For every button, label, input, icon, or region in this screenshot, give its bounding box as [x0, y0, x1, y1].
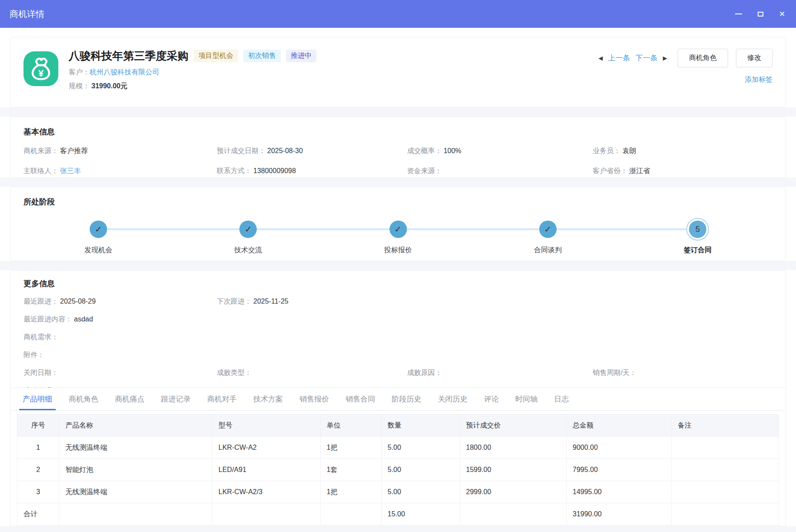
field-salesperson: 业务员：袁朗 — [593, 147, 772, 156]
stage-step-5[interactable]: 5 签订合同 — [623, 217, 772, 255]
tag-in-progress: 推进中 — [286, 50, 316, 62]
customer-label: 客户： — [69, 68, 90, 76]
field-contact-phone: 联系方式：13800009098 — [217, 167, 407, 176]
tab-product-detail[interactable]: 产品明细 — [19, 388, 56, 410]
tab-pain-points[interactable]: 商机痛点 — [111, 388, 148, 410]
next-arrow-icon[interactable]: ▶ — [663, 55, 667, 61]
tab-sales-quote[interactable]: 销售报价 — [296, 388, 333, 410]
table-header-row: 序号 产品名称 型号 单位 数量 预计成交价 总金额 备注 — [17, 415, 779, 437]
page-title: 八骏科技年第三季度采购 — [69, 49, 188, 63]
window-controls: ✕ — [734, 10, 786, 18]
stage-card: 所处阶段 ✓ 发现机会 ✓ 技术交流 ✓ 投标报价 ✓ 合同谈判 5 签订合同 — [10, 187, 786, 261]
tab-stage-history[interactable]: 阶段历史 — [388, 388, 425, 410]
tab-timeline[interactable]: 时间轴 — [512, 388, 541, 410]
spacer — [0, 107, 796, 117]
field-sales-cycle: 销售周期/天： — [593, 367, 772, 378]
check-icon: ✓ — [390, 221, 407, 238]
col-expected-price: 预计成交价 — [460, 415, 566, 437]
check-icon: ✓ — [90, 221, 107, 238]
col-index: 序号 — [17, 415, 59, 437]
field-expected-close-date: 预计成交日期：2025-08-30 — [217, 147, 407, 156]
detail-tabs: 产品明细 商机角色 商机痛点 跟进记录 商机对手 技术方案 销售报价 销售合同 … — [10, 388, 786, 411]
tab-tech-solution[interactable]: 技术方案 — [250, 388, 286, 410]
check-icon: ✓ — [539, 221, 557, 238]
minimize-icon[interactable] — [734, 10, 743, 18]
field-attachment: 附件： — [24, 349, 772, 360]
field-result-reason: 成败原因： — [407, 367, 593, 378]
close-icon[interactable]: ✕ — [778, 10, 786, 18]
col-unit: 单位 — [320, 415, 381, 437]
tab-comments[interactable]: 评论 — [480, 388, 502, 410]
stage-step-2[interactable]: ✓ 技术交流 — [173, 217, 323, 255]
more-info-card: 更多信息 最近跟进：2025-08-29 下次跟进：2025-11-25 最近跟… — [10, 270, 786, 388]
more-info-heading: 更多信息 — [24, 278, 772, 289]
money-bag-icon: ¥ — [24, 51, 58, 86]
tab-opportunity-role[interactable]: 商机角色 — [65, 388, 102, 410]
current-step-ring: 5 — [686, 218, 709, 241]
basic-info-card: 基本信息 商机来源：客户推荐 预计成交日期：2025-08-30 成交概率：10… — [10, 117, 786, 177]
field-opportunity-demand: 商机需求： — [24, 331, 772, 342]
stage-step-3[interactable]: ✓ 投标报价 — [323, 217, 473, 255]
table-total-row: 合计 15.00 31990.00 — [17, 503, 779, 525]
field-next-follow: 下次跟进：2025-11-25 — [217, 296, 407, 307]
table-row[interactable]: 2 智能灯泡 LED/A91 1套 5.00 1599.00 7995.00 — [17, 459, 779, 481]
scale-label: 规模： — [69, 82, 90, 90]
prev-record-link[interactable]: 上一条 — [608, 53, 630, 63]
stage-heading: 所处阶段 — [24, 197, 772, 207]
header-actions: ◀ 上一条 下一条 ▶ 商机角色 修改 添加标签 — [596, 49, 772, 96]
stage-step-1[interactable]: ✓ 发现机会 — [24, 217, 173, 255]
table-row[interactable]: 1 无线测温终端 LKR-CW-A2 1把 5.00 1800.00 9000.… — [17, 437, 779, 459]
maximize-icon[interactable] — [756, 10, 765, 18]
stage-step-4[interactable]: ✓ 合同谈判 — [473, 217, 623, 255]
tag-project-type: 项目型机会 — [194, 50, 238, 62]
field-result-type: 成败类型： — [217, 367, 407, 378]
window-title: 商机详情 — [10, 8, 44, 20]
spacer — [0, 261, 796, 270]
field-fund-source: 资金来源： — [407, 167, 593, 176]
col-note: 备注 — [672, 415, 779, 437]
tag-first-sale: 初次销售 — [243, 50, 281, 62]
svg-text:¥: ¥ — [38, 68, 44, 79]
spacer — [0, 177, 796, 187]
field-recent-follow: 最近跟进：2025-08-29 — [24, 296, 217, 307]
col-product-name: 产品名称 — [59, 415, 212, 437]
tab-sales-contract[interactable]: 销售合同 — [342, 388, 379, 410]
field-win-probability: 成交概率：100% — [407, 147, 593, 156]
field-close-date: 关闭日期： — [24, 367, 217, 378]
col-quantity: 数量 — [381, 415, 460, 437]
tab-close-history[interactable]: 关闭历史 — [434, 388, 471, 410]
col-model: 型号 — [212, 415, 321, 437]
field-source: 商机来源：客户推荐 — [24, 147, 217, 156]
scale-value: 31990.00元 — [91, 82, 128, 90]
add-tag-link[interactable]: 添加标签 — [745, 76, 772, 83]
stage-stepper: ✓ 发现机会 ✓ 技术交流 ✓ 投标报价 ✓ 合同谈判 5 签订合同 — [24, 217, 772, 255]
detail-tabs-card: 产品明细 商机角色 商机痛点 跟进记录 商机对手 技术方案 销售报价 销售合同 … — [10, 388, 786, 526]
tab-competitors[interactable]: 商机对手 — [204, 388, 240, 410]
customer-link[interactable]: 杭州八骏科技有限公司 — [90, 68, 159, 76]
bottom-spacer — [0, 526, 796, 532]
main-contact-link[interactable]: 张三丰 — [60, 167, 81, 174]
opportunity-summary: 八骏科技年第三季度采购 项目型机会 初次销售 推进中 客户：杭州八骏科技有限公司… — [69, 49, 316, 96]
tab-follow-records[interactable]: 跟进记录 — [158, 388, 194, 410]
col-total-amount: 总金额 — [566, 415, 672, 437]
next-record-link[interactable]: 下一条 — [635, 53, 658, 63]
edit-button[interactable]: 修改 — [736, 49, 772, 67]
prev-arrow-icon[interactable]: ◀ — [598, 55, 603, 61]
opportunity-header-card: ¥ 八骏科技年第三季度采购 项目型机会 初次销售 推进中 客户：杭州八骏科技有限… — [10, 37, 786, 107]
minimize-bar — [735, 13, 742, 14]
table-row[interactable]: 3 无线测温终端 LKR-CW-A2/3 1把 5.00 2999.00 149… — [17, 481, 779, 503]
top-spacer — [0, 28, 796, 37]
window-titlebar: 商机详情 ✕ — [0, 0, 796, 28]
field-main-contact: 主联络人：张三丰 — [24, 167, 217, 176]
maximize-box — [758, 12, 763, 17]
field-customer-province: 客户省份：浙江省 — [593, 167, 772, 176]
opportunity-role-button[interactable]: 商机角色 — [678, 49, 728, 67]
field-recent-follow-content: 最近跟进内容：asdad — [24, 314, 772, 325]
check-icon: ✓ — [239, 221, 257, 238]
basic-info-heading: 基本信息 — [24, 127, 772, 137]
step-number: 5 — [689, 221, 706, 238]
tab-logs[interactable]: 日志 — [551, 388, 572, 410]
product-table: 序号 产品名称 型号 单位 数量 预计成交价 总金额 备注 1 无线测温终端 L… — [17, 414, 779, 525]
